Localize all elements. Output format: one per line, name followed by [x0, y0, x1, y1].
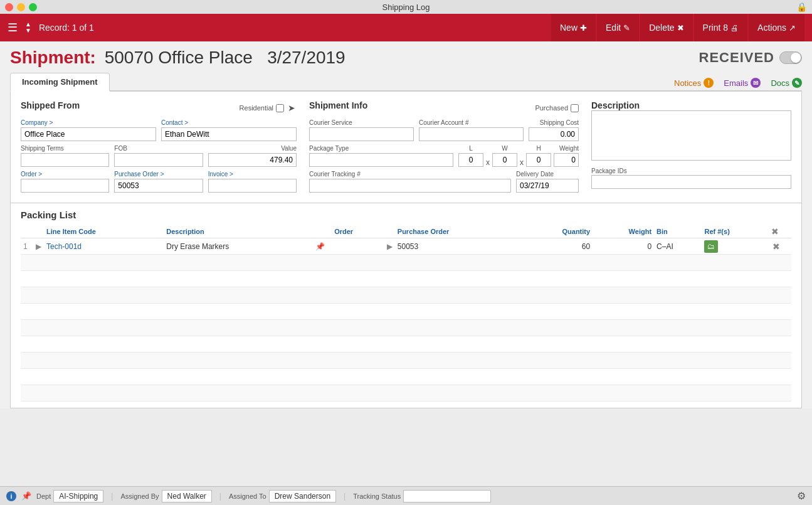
delivery-date-group: Delivery Date	[516, 171, 579, 193]
gear-icon[interactable]: ⚙	[797, 490, 806, 502]
package-type-input[interactable]	[309, 153, 453, 167]
shipping-terms-input[interactable]	[21, 153, 109, 167]
h-label: H	[526, 145, 551, 152]
delete-all-rows-button[interactable]: ✖	[771, 226, 779, 237]
shipping-terms-group: Shipping Terms	[21, 145, 109, 167]
record-indicator: Record: 1 of 1	[39, 23, 94, 33]
tab-link-docs[interactable]: Docs ✎	[771, 78, 802, 88]
company-input[interactable]	[21, 127, 156, 141]
shipment-title: Shipment: 50070 Office Place 3/27/2019	[10, 48, 345, 68]
description-title: Description	[591, 100, 640, 110]
tracking-status-field: Tracking Status	[353, 490, 491, 502]
delete-row-button[interactable]: ✖	[771, 242, 781, 252]
row-line-item-code: Tech-001d	[44, 238, 164, 255]
contact-label[interactable]: Contact >	[161, 119, 297, 126]
purchase-order-label[interactable]: Purchase Order >	[114, 171, 203, 178]
package-type-dimensions-row: Package Type L x W x	[309, 145, 579, 167]
col-pin	[313, 225, 332, 238]
statusbar-pin-icon[interactable]: 📌	[21, 491, 31, 501]
purchased-checkbox[interactable]	[571, 104, 579, 112]
edit-button[interactable]: Edit ✎	[597, 14, 639, 41]
residential-checkbox[interactable]	[276, 104, 284, 112]
purchase-order-input[interactable]	[114, 179, 203, 193]
fob-group: FOB	[114, 145, 203, 167]
actions-button[interactable]: Actions ↗	[749, 14, 804, 41]
maximize-button[interactable]	[29, 3, 37, 11]
assigned-by-field: Assigned By Ned Walker	[120, 490, 211, 502]
bin-icon-button[interactable]: 🗂	[704, 240, 718, 253]
invoice-input[interactable]	[208, 179, 297, 193]
sep1: |	[111, 492, 113, 501]
sep2: |	[219, 492, 221, 501]
row-expand-arrow[interactable]: ▶	[33, 238, 44, 255]
tab-link-notices[interactable]: Notices !	[674, 78, 714, 88]
courier-account-group: Courier Account #	[419, 119, 524, 141]
docs-badge: ✎	[792, 78, 802, 88]
row-pin-icon[interactable]: 📌	[313, 238, 332, 255]
l-input[interactable]	[458, 153, 483, 167]
tabs-row: Incoming Shipment Notices ! Emails ✉ Doc…	[10, 73, 802, 92]
row-bin: C–AI	[654, 238, 702, 255]
new-button[interactable]: New ✚	[551, 14, 596, 41]
weight-group: Weight	[554, 145, 579, 167]
record-nav-arrows[interactable]: ▲▼	[25, 21, 31, 34]
courier-account-label: Courier Account #	[419, 119, 524, 126]
row-scroll-spacer	[784, 238, 791, 255]
col-ref: Ref #(s)	[702, 225, 769, 238]
purchase-order-group: Purchase Order >	[114, 171, 203, 193]
invoice-group: Invoice >	[208, 171, 297, 193]
info-icon[interactable]: i	[6, 491, 16, 501]
order-label[interactable]: Order >	[21, 171, 109, 178]
col-scroll	[784, 225, 791, 238]
delete-button[interactable]: Delete ✖	[640, 14, 692, 41]
shipping-terms-label: Shipping Terms	[21, 145, 109, 152]
description-textarea[interactable]	[591, 110, 791, 161]
line-item-code-link[interactable]: Tech-001d	[46, 242, 82, 251]
company-label[interactable]: Company >	[21, 119, 156, 126]
form-area: Shipped From Residential ➤ Company > Con…	[10, 92, 802, 203]
close-button[interactable]	[5, 3, 13, 11]
main-content: Shipment: 50070 Office Place 3/27/2019 R…	[0, 41, 812, 408]
table-row	[21, 271, 791, 287]
shipping-cost-label: Shipping Cost	[529, 119, 579, 126]
table-row	[21, 385, 791, 401]
w-input[interactable]	[492, 153, 517, 167]
courier-service-input[interactable]	[309, 127, 414, 141]
courier-tracking-input[interactable]	[309, 179, 511, 193]
dept-field: Dept AI-Shipping	[36, 490, 103, 502]
table-row	[21, 304, 791, 320]
print-button[interactable]: Print 8 🖨	[694, 14, 747, 41]
delete-icon: ✖	[677, 23, 684, 33]
value-input[interactable]	[208, 153, 297, 167]
received-toggle[interactable]	[779, 51, 802, 64]
minimize-button[interactable]	[17, 3, 25, 11]
dimensions-group: L x W x H W	[458, 145, 579, 167]
hamburger-icon[interactable]: ☰	[8, 21, 18, 35]
package-ids-input[interactable]	[591, 175, 791, 189]
shipped-from-arrow[interactable]: ➤	[287, 103, 297, 113]
order-group: Order >	[21, 171, 109, 193]
row-delete: ✖	[769, 238, 784, 255]
order-po-invoice-row: Order > Purchase Order > Invoice >	[21, 171, 297, 193]
weight-input[interactable]	[554, 153, 579, 167]
contact-input[interactable]	[161, 127, 297, 141]
h-group: H	[526, 145, 551, 167]
tabs-left: Incoming Shipment	[10, 73, 110, 90]
courier-tracking-label: Courier Tracking #	[309, 171, 511, 178]
assigned-to-label: Assigned To	[229, 492, 266, 500]
package-ids-group: Package IDs	[591, 166, 791, 189]
delivery-date-input[interactable]	[516, 179, 579, 193]
row-description: Dry Erase Markers	[164, 238, 313, 255]
fob-input[interactable]	[114, 153, 203, 167]
shipping-cost-input[interactable]	[529, 127, 579, 141]
shipment-value: 50070 Office Place 3/27/2019	[105, 48, 345, 67]
assigned-by-label: Assigned By	[120, 492, 159, 500]
tab-link-emails[interactable]: Emails ✉	[724, 78, 761, 88]
toolbar-right: New ✚ Edit ✎ Delete ✖ Print 8 🖨 Actions …	[551, 14, 804, 41]
h-input[interactable]	[526, 153, 551, 167]
order-input[interactable]	[21, 179, 109, 193]
l-group: L	[458, 145, 483, 167]
courier-account-input[interactable]	[419, 127, 524, 141]
tab-incoming-shipment[interactable]: Incoming Shipment	[10, 73, 110, 92]
invoice-label[interactable]: Invoice >	[208, 171, 297, 178]
